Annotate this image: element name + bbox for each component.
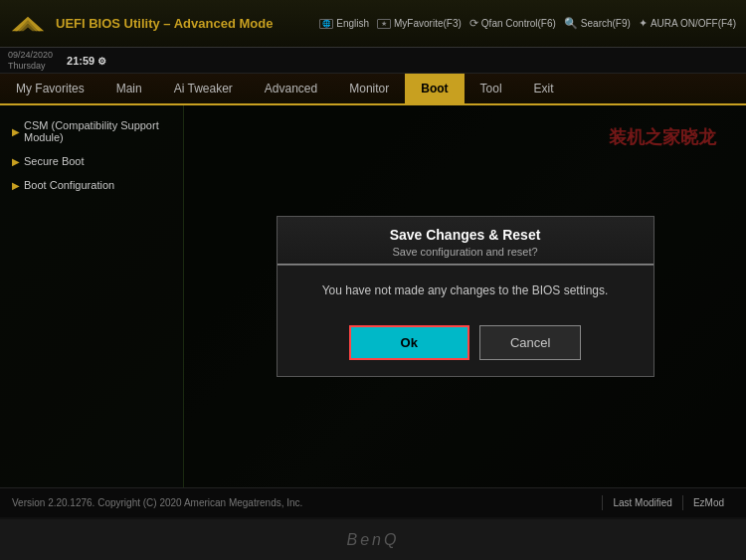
- dialog-title: Save Changes & Reset: [293, 227, 638, 243]
- sidebar-item-boot-config[interactable]: ▶ Boot Configuration: [0, 173, 183, 197]
- nav-my-favorites[interactable]: My Favorites: [0, 74, 100, 103]
- arrow-icon: ▶: [12, 126, 20, 137]
- status-bar: Version 2.20.1276. Copyright (C) 2020 Am…: [0, 487, 746, 517]
- nav-ai-tweaker[interactable]: Ai Tweaker: [158, 74, 249, 103]
- monitor-brand-label: BenQ: [347, 531, 400, 549]
- nav-main[interactable]: Main: [100, 74, 158, 103]
- bios-screen: UEFI BIOS Utility – Advanced Mode 🌐 Engl…: [0, 0, 746, 517]
- language-selector[interactable]: 🌐 English: [319, 18, 369, 29]
- sidebar-item-secure-boot[interactable]: ▶ Secure Boot: [0, 149, 183, 173]
- header-bar: UEFI BIOS Utility – Advanced Mode 🌐 Engl…: [0, 0, 746, 48]
- date-label: 09/24/2020: [8, 50, 53, 61]
- logo-area: [10, 10, 46, 38]
- aura-label: AURA ON/OFF(F4): [651, 18, 736, 29]
- favorite-icon: ★: [377, 19, 391, 29]
- modal-overlay: Save Changes & Reset Save configuration …: [184, 105, 746, 487]
- bios-title: UEFI BIOS Utility – Advanced Mode: [56, 16, 273, 31]
- nav-bar: My Favorites Main Ai Tweaker Advanced Mo…: [0, 74, 746, 105]
- dialog-header: Save Changes & Reset Save configuration …: [278, 217, 653, 265]
- dialog-buttons: Ok Cancel: [278, 315, 653, 376]
- save-reset-dialog: Save Changes & Reset Save configuration …: [277, 216, 654, 377]
- gear-icon: ⚙: [97, 56, 106, 67]
- arrow-icon: ▶: [12, 180, 20, 191]
- status-right-buttons: Last Modified EzMod: [602, 495, 734, 510]
- asus-logo-icon: [10, 10, 46, 38]
- language-label: English: [336, 18, 369, 29]
- version-text: Version 2.20.1276. Copyright (C) 2020 Am…: [12, 497, 302, 508]
- globe-icon: 🌐: [319, 19, 333, 29]
- myfavorite-label: MyFavorite(F3): [394, 18, 462, 29]
- qfan-btn[interactable]: ⟳ Qfan Control(F6): [469, 17, 556, 30]
- nav-boot[interactable]: Boot: [405, 74, 464, 103]
- ok-button[interactable]: Ok: [349, 325, 469, 360]
- arrow-icon: ▶: [12, 156, 20, 167]
- aura-btn[interactable]: ✦ AURA ON/OFF(F4): [639, 17, 736, 30]
- dialog-message: You have not made any changes to the BIO…: [293, 283, 638, 297]
- nav-exit[interactable]: Exit: [518, 74, 570, 103]
- day-label: Thursday: [8, 61, 53, 72]
- search-btn[interactable]: 🔍 Search(F9): [564, 17, 631, 30]
- main-content: ▶ CSM (Compatibility Support Module) ▶ S…: [0, 105, 746, 487]
- aura-icon: ✦: [639, 17, 648, 30]
- last-modified-btn[interactable]: Last Modified: [602, 495, 681, 510]
- info-bar: 09/24/2020 Thursday 21:59 ⚙: [0, 48, 746, 74]
- nav-tool[interactable]: Tool: [465, 74, 518, 103]
- nav-advanced[interactable]: Advanced: [249, 74, 333, 103]
- sidebar: ▶ CSM (Compatibility Support Module) ▶ S…: [0, 105, 184, 487]
- dialog-subtitle: Save configuration and reset?: [293, 246, 638, 258]
- sidebar-item-csm[interactable]: ▶ CSM (Compatibility Support Module): [0, 113, 183, 149]
- nav-monitor[interactable]: Monitor: [333, 74, 405, 103]
- content-panel: 装机之家晓龙 Save Changes & Reset Save configu…: [184, 105, 746, 487]
- ez-mode-btn[interactable]: EzMod: [682, 495, 734, 510]
- datetime-display: 09/24/2020 Thursday: [8, 50, 53, 72]
- qfan-label: Qfan Control(F6): [481, 18, 556, 29]
- search-icon: 🔍: [564, 17, 578, 30]
- time-display: 21:59 ⚙: [67, 55, 106, 67]
- monitor-bezel: BenQ: [0, 517, 746, 560]
- qfan-icon: ⟳: [469, 17, 478, 30]
- dialog-body: You have not made any changes to the BIO…: [278, 266, 653, 315]
- cancel-button[interactable]: Cancel: [479, 325, 581, 360]
- my-favorite-btn[interactable]: ★ MyFavorite(F3): [377, 18, 462, 29]
- search-label: Search(F9): [581, 18, 631, 29]
